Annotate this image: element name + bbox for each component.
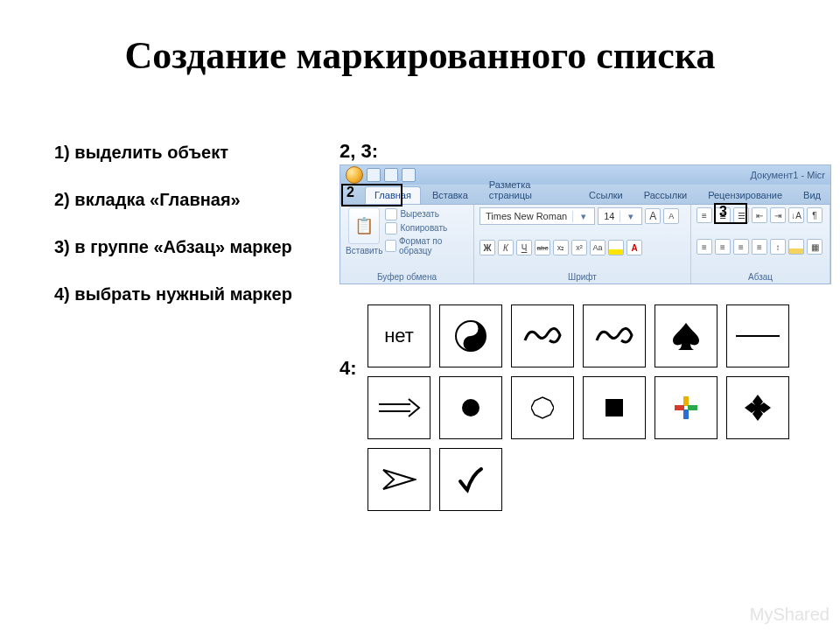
tab-review[interactable]: Рецензирование <box>698 186 792 204</box>
change-case-button[interactable]: Aa <box>590 240 606 256</box>
copy-button[interactable]: Копировать <box>385 222 468 234</box>
bullet-flourish-1[interactable] <box>511 304 574 368</box>
svg-rect-12 <box>688 405 697 410</box>
tab-view[interactable]: Вид <box>794 186 830 204</box>
underline-button[interactable]: Ч <box>516 240 532 256</box>
bullet-flourish-2[interactable] <box>583 304 646 368</box>
superscript-button[interactable]: x² <box>571 240 587 256</box>
bullet-none[interactable]: нет <box>368 304 430 368</box>
step-2: 2) вкладка «Главная» <box>54 187 292 212</box>
circle-icon <box>531 396 554 419</box>
svg-rect-8 <box>606 399 623 416</box>
spade-icon <box>671 321 701 351</box>
copy-icon <box>385 222 397 234</box>
arrowhead-icon <box>382 466 416 493</box>
step-4: 4) выбрать нужный маркер <box>54 282 292 306</box>
flourish-icon <box>522 323 564 349</box>
tab-mailings[interactable]: Рассылки <box>634 186 696 204</box>
format-painter-button[interactable]: Формат по образцу <box>385 236 468 256</box>
word-ribbon: Документ1 - Micr Главная Вставка Разметк… <box>340 164 831 284</box>
svg-rect-3 <box>736 335 780 337</box>
double-arrow-icon <box>377 397 421 418</box>
bullets-button[interactable]: ≡ <box>696 207 712 223</box>
cut-button[interactable]: Вырезать <box>385 208 468 220</box>
justify-button[interactable]: ≡ <box>752 239 767 255</box>
brush-icon <box>385 240 396 252</box>
tab-home[interactable]: Главная <box>365 186 421 204</box>
subscript-button[interactable]: x₂ <box>553 240 569 256</box>
strike-button[interactable]: abc <box>535 240 550 256</box>
group-font-label: Шрифт <box>480 270 685 282</box>
svg-marker-7 <box>531 397 554 418</box>
callout-number-2: 2 <box>346 185 354 200</box>
svg-point-6 <box>462 399 480 416</box>
bullet-arrow[interactable] <box>368 376 430 439</box>
check-icon <box>457 466 485 494</box>
svg-rect-9 <box>683 396 689 406</box>
align-left-button[interactable]: ≡ <box>696 239 712 255</box>
tab-insert[interactable]: Вставка <box>423 186 478 204</box>
flourish2-icon <box>593 323 635 349</box>
increase-indent-button[interactable]: ⇥ <box>770 207 786 223</box>
multilevel-button[interactable]: ☰ <box>733 207 749 223</box>
square-icon <box>606 399 623 416</box>
group-paragraph: ≡ ≣ ☰ ⇤ ⇥ ↓A ¶ ≡ ≡ ≡ ≡ ↕ ▦ Абзац <box>691 205 830 284</box>
bullet-dash[interactable] <box>726 304 789 368</box>
tab-references[interactable]: Ссылки <box>579 186 633 204</box>
callout-number-3: 3 <box>719 204 727 220</box>
decrease-indent-button[interactable]: ⇤ <box>752 207 767 223</box>
steps-list: 1) выделить объект 2) вкладка «Главная» … <box>54 140 292 329</box>
svg-point-2 <box>469 341 473 346</box>
tab-page-layout[interactable]: Разметка страницы <box>480 176 578 204</box>
sort-button[interactable]: ↓A <box>788 207 804 223</box>
bullet-disc[interactable] <box>439 376 502 439</box>
align-right-button[interactable]: ≡ <box>733 239 749 255</box>
bullet-yinyang[interactable] <box>439 304 502 368</box>
scissors-icon <box>385 208 397 220</box>
shrink-font-icon[interactable]: A <box>663 208 679 224</box>
show-marks-button[interactable]: ¶ <box>807 207 822 223</box>
font-name-select[interactable]: Times New Roman▾ <box>480 207 595 225</box>
label-4: 4: <box>340 357 357 380</box>
four-diamond-icon <box>743 393 773 423</box>
dash-icon <box>736 333 780 339</box>
bullet-plus-color[interactable] <box>654 376 718 439</box>
bullet-circle[interactable] <box>511 376 574 439</box>
svg-point-1 <box>469 326 473 331</box>
step-3: 3) в группе «Абзац» маркер <box>54 234 292 259</box>
disc-icon <box>460 397 481 418</box>
save-icon[interactable] <box>367 168 381 182</box>
bullet-diamond4[interactable] <box>726 376 789 439</box>
shading-button[interactable] <box>788 239 804 255</box>
bullet-spade[interactable] <box>654 304 718 368</box>
bold-button[interactable]: Ж <box>480 240 495 256</box>
bullet-check[interactable] <box>439 448 502 511</box>
italic-button[interactable]: К <box>498 240 514 256</box>
office-button-icon[interactable] <box>346 166 363 184</box>
yinyang-icon <box>455 320 486 352</box>
page-title: Создание маркированного списка <box>0 33 840 78</box>
group-font: Times New Roman▾ 14▾ A A Ж К Ч abc x₂ x²… <box>474 205 691 284</box>
line-spacing-button[interactable]: ↕ <box>770 239 786 255</box>
color-plus-icon <box>673 395 699 421</box>
label-2-3: 2, 3: <box>340 140 378 163</box>
bullet-library: нет <box>368 304 805 520</box>
grow-font-icon[interactable]: A <box>645 208 661 224</box>
bullet-square[interactable] <box>583 376 646 439</box>
undo-icon[interactable] <box>384 168 398 182</box>
window-title: Документ1 - Micr <box>751 170 825 180</box>
quick-access-toolbar: Документ1 - Micr <box>340 165 830 185</box>
redo-icon[interactable] <box>402 168 416 182</box>
align-center-button[interactable]: ≡ <box>715 239 731 255</box>
group-clipboard: 📋 Вставить Вырезать Копировать Формат по… <box>340 205 474 284</box>
highlight-color-button[interactable] <box>608 240 624 256</box>
bullet-arrowhead[interactable] <box>368 448 430 511</box>
font-color-button[interactable]: A <box>626 240 642 256</box>
group-clipboard-label: Буфер обмена <box>346 270 468 282</box>
group-paragraph-label: Абзац <box>696 270 824 282</box>
svg-rect-11 <box>675 405 684 410</box>
paste-icon[interactable]: 📋 <box>348 207 380 244</box>
font-size-select[interactable]: 14▾ <box>598 207 642 225</box>
borders-button[interactable]: ▦ <box>807 239 822 255</box>
paste-button[interactable]: Вставить <box>346 246 382 256</box>
